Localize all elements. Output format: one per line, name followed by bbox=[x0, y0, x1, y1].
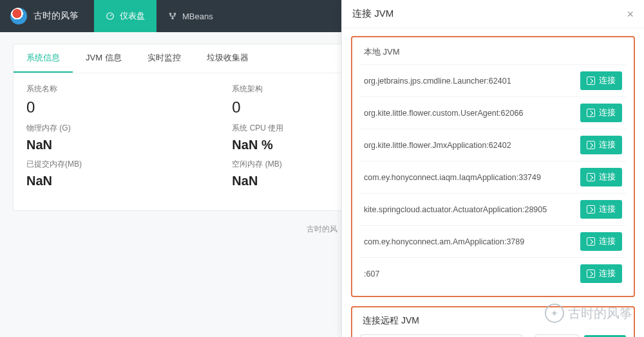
panel-header: 连接 JVM × bbox=[342, 0, 644, 28]
button-label: 连接 bbox=[599, 268, 616, 279]
button-label: 连接 bbox=[599, 75, 616, 86]
remote-host-input[interactable] bbox=[360, 334, 522, 337]
jvm-row: com.ey.honyconnect.am.AmApplication:3789… bbox=[360, 225, 626, 257]
connect-icon bbox=[587, 205, 595, 214]
button-label: 连接 bbox=[599, 107, 616, 118]
tab-system-info[interactable]: 系统信息 bbox=[14, 44, 73, 73]
jvm-name: com.ey.honyconnect.am.AmApplication:3789 bbox=[364, 237, 531, 246]
jvm-row: org.kite.little.flower.JmxApplication:62… bbox=[360, 129, 626, 161]
connect-icon bbox=[587, 141, 595, 149]
jvm-row: org.kite.little.flower.custom.UserAgent:… bbox=[360, 96, 626, 129]
remote-port-input[interactable] bbox=[535, 334, 579, 337]
tab-jvm-info[interactable]: JVM 信息 bbox=[73, 44, 135, 73]
local-jvm-title: 本地 JVM bbox=[360, 44, 626, 64]
remote-jvm-box: 连接远程 JVM : 连接 bbox=[351, 306, 635, 337]
connect-icon bbox=[587, 269, 595, 278]
svg-point-2 bbox=[174, 13, 175, 14]
jvm-name: com.ey.honyconnect.iaqm.IaqmApplication:… bbox=[364, 173, 547, 182]
jvm-row: org.jetbrains.jps.cmdline.Launcher:62401… bbox=[360, 64, 626, 96]
jvm-row: com.ey.honyconnect.iaqm.IaqmApplication:… bbox=[360, 161, 626, 193]
button-label: 连接 bbox=[599, 236, 616, 247]
nav-dashboard[interactable]: 仪表盘 bbox=[94, 0, 156, 32]
avatar bbox=[10, 8, 27, 24]
tab-realtime[interactable]: 实时监控 bbox=[135, 44, 194, 73]
button-label: 连接 bbox=[599, 204, 616, 215]
nav-label: 仪表盘 bbox=[120, 10, 145, 22]
jvm-name: org.jetbrains.jps.cmdline.Launcher:62401 bbox=[364, 77, 518, 86]
connect-icon bbox=[587, 237, 595, 246]
metric-label: 已提交内存(MB) bbox=[26, 159, 206, 170]
connect-button[interactable]: 连接 bbox=[580, 104, 622, 122]
jvm-list: org.jetbrains.jps.cmdline.Launcher:62401… bbox=[360, 64, 626, 289]
tab-gc[interactable]: 垃圾收集器 bbox=[194, 44, 261, 73]
button-label: 连接 bbox=[599, 140, 616, 150]
panel-title: 连接 JVM bbox=[352, 8, 393, 20]
nav-mbeans[interactable]: MBeans bbox=[156, 0, 225, 32]
button-label: 连接 bbox=[599, 172, 616, 183]
jvm-row: kite.springcloud.actuator.ActuatorApplic… bbox=[360, 193, 626, 225]
metrics-col-1: 系统名称 0 物理内存 (G) NaN 已提交内存(MB) NaN bbox=[26, 84, 206, 195]
connect-jvm-panel: 连接 JVM × 本地 JVM org.jetbrains.jps.cmdlin… bbox=[341, 0, 644, 337]
connect-icon bbox=[587, 173, 595, 181]
svg-point-3 bbox=[172, 17, 173, 19]
connect-icon bbox=[587, 109, 595, 117]
remote-jvm-title: 连接远程 JVM bbox=[360, 314, 626, 334]
close-icon[interactable]: × bbox=[627, 8, 634, 20]
connect-button[interactable]: 连接 bbox=[580, 168, 622, 187]
remote-connect-button[interactable]: 连接 bbox=[584, 335, 626, 338]
dashboard-icon bbox=[106, 12, 115, 21]
metric-value: NaN bbox=[26, 174, 206, 188]
local-jvm-box: 本地 JVM org.jetbrains.jps.cmdline.Launche… bbox=[351, 36, 635, 297]
jvm-name: :607 bbox=[364, 269, 386, 278]
metric-label: 物理内存 (G) bbox=[26, 123, 206, 134]
mbeans-icon bbox=[168, 12, 177, 21]
jvm-name: kite.springcloud.actuator.ActuatorApplic… bbox=[364, 205, 553, 214]
nav-label: MBeans bbox=[182, 12, 213, 21]
metric-value: NaN bbox=[26, 138, 206, 152]
connect-button[interactable]: 连接 bbox=[580, 71, 622, 90]
svg-point-1 bbox=[169, 13, 171, 14]
jvm-row: :607连接 bbox=[360, 257, 626, 289]
brand-name: 古时的风筝 bbox=[33, 10, 79, 22]
connect-icon bbox=[587, 77, 595, 85]
metric-value: 0 bbox=[26, 98, 206, 116]
connect-button[interactable]: 连接 bbox=[580, 200, 622, 219]
connect-button[interactable]: 连接 bbox=[580, 136, 622, 154]
connect-button[interactable]: 连接 bbox=[580, 232, 622, 251]
metric-label: 系统名称 bbox=[26, 84, 206, 95]
connect-button[interactable]: 连接 bbox=[580, 264, 622, 283]
jvm-name: org.kite.little.flower.JmxApplication:62… bbox=[364, 141, 518, 150]
jvm-name: org.kite.little.flower.custom.UserAgent:… bbox=[364, 109, 529, 118]
